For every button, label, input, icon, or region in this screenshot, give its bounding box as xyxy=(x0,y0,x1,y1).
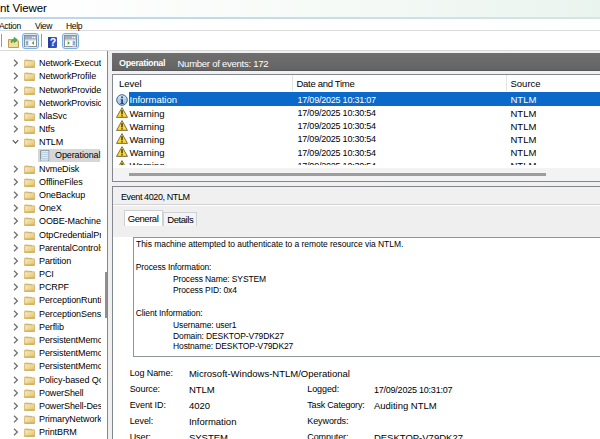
svg-text:?: ? xyxy=(50,37,56,48)
